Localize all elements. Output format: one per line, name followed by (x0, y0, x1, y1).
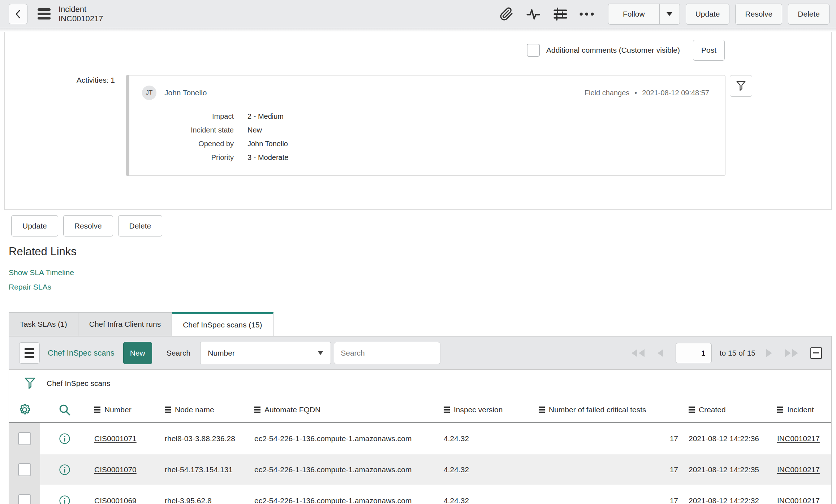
field-value: John Tonello (247, 137, 288, 151)
row-checkbox[interactable] (18, 494, 31, 504)
page-number-input[interactable] (676, 343, 712, 363)
activity-entry-card: JT John Tonello Field changes • 2021-08-… (126, 75, 725, 176)
incident-link[interactable]: INC0010217 (777, 496, 820, 504)
record-type-label: Incident (59, 5, 103, 14)
header-actions: Follow Update Resolve Delete (488, 4, 829, 25)
previous-page-icon[interactable] (656, 348, 664, 358)
failed-tests-cell: 17 (533, 434, 683, 443)
tab-chef-inspec-scans[interactable]: Chef InSpec scans (15) (172, 312, 273, 336)
column-menu-icon (539, 407, 545, 413)
activity-stream: Activities: 1 JT John Tonello Field chan… (5, 75, 831, 176)
more-options-icon[interactable] (578, 6, 595, 22)
back-button[interactable] (9, 4, 27, 24)
resolve-button[interactable]: Resolve (63, 215, 113, 236)
column-menu-icon (777, 407, 783, 413)
incident-link[interactable]: INC0010217 (777, 465, 820, 474)
inspec-version-cell: 4.24.32 (438, 434, 533, 443)
first-page-icon[interactable] (630, 348, 646, 358)
field-change-row: Opened by John Tonello (142, 137, 709, 151)
row-checkbox[interactable] (18, 463, 31, 476)
column-menu-icon (94, 407, 100, 413)
row-info-icon[interactable] (40, 464, 89, 475)
column-header-incident[interactable]: Incident (772, 405, 831, 414)
column-header-number[interactable]: Number (89, 405, 159, 414)
row-info-icon[interactable] (40, 495, 89, 504)
list-gear-icon[interactable] (9, 403, 40, 416)
automate-fqdn-cell: ec2-54-226-1-136.compute-1.amazonaws.com (249, 434, 438, 443)
tab-chef-infra-client-runs[interactable]: Chef Infra Client runs (78, 312, 172, 336)
row-checkbox[interactable] (18, 432, 31, 445)
tab-task-slas[interactable]: Task SLAs (1) (9, 312, 78, 336)
additional-comments-label: Additional comments (Customer visible) (546, 46, 680, 55)
row-info-icon[interactable] (40, 433, 89, 444)
scan-number-link[interactable]: CIS0001069 (94, 496, 137, 504)
created-cell: 2021-08-12 14:22:35 (683, 465, 772, 474)
inspec-version-cell: 4.24.32 (438, 465, 533, 474)
field-change-row: Impact 2 - Medium (142, 109, 709, 123)
delete-button-header[interactable]: Delete (788, 4, 829, 25)
column-menu-icon (254, 407, 260, 413)
pagination: to 15 of 15 (620, 343, 822, 363)
incident-link[interactable]: INC0010217 (777, 434, 820, 443)
personalize-sliders-icon[interactable] (552, 6, 568, 22)
table-row: CIS0001069 rhel-3.95.62.8 ec2-54-226-1-1… (9, 485, 831, 504)
filter-breadcrumb[interactable]: Chef InSpec scans (47, 379, 110, 388)
resolve-button-header[interactable]: Resolve (735, 4, 782, 25)
search-column-select[interactable]: Number (200, 342, 331, 364)
field-change-row: Priority 3 - Moderate (142, 151, 709, 164)
list-context-menu-button[interactable] (19, 342, 40, 364)
collapse-list-icon[interactable] (810, 347, 822, 359)
list-filter-row: Chef InSpec scans (9, 370, 831, 397)
column-header-created[interactable]: Created (683, 405, 772, 414)
field-label: Priority (142, 151, 234, 164)
filter-funnel-icon[interactable] (24, 376, 36, 391)
field-label: Opened by (142, 137, 234, 151)
follow-button[interactable]: Follow (608, 4, 659, 24)
activity-filter-button[interactable] (730, 75, 752, 97)
column-header-node-name[interactable]: Node name (159, 405, 249, 414)
node-name-cell: rhel-54.173.154.131 (159, 465, 249, 474)
column-header-inspec-version[interactable]: Inspec version (438, 405, 533, 414)
context-menu-icon[interactable] (38, 8, 51, 19)
search-label: Search (167, 349, 191, 357)
additional-comments-checkbox[interactable] (527, 44, 540, 57)
list-title[interactable]: Chef InSpec scans (48, 348, 115, 358)
next-page-icon[interactable] (766, 348, 773, 358)
last-page-icon[interactable] (784, 348, 800, 358)
activity-pulse-icon[interactable] (525, 6, 542, 22)
automate-fqdn-cell: ec2-54-226-1-136.compute-1.amazonaws.com (249, 465, 438, 474)
update-button[interactable]: Update (11, 215, 58, 236)
chevron-down-icon (667, 12, 672, 16)
field-value: New (247, 123, 262, 137)
activity-timestamp: 2021-08-12 09:48:57 (642, 89, 709, 97)
list-header-row: Number Node name Automate FQDN Inspec ve… (9, 397, 831, 423)
search-input[interactable] (334, 342, 440, 364)
column-header-failed-critical-tests[interactable]: Number of failed critical tests (533, 405, 683, 414)
field-label: Impact (142, 109, 234, 123)
scan-number-link[interactable]: CIS0001071 (94, 434, 137, 443)
scan-number-link[interactable]: CIS0001070 (94, 465, 137, 474)
attachment-paperclip-icon[interactable] (498, 6, 515, 22)
activity-card-stripe (126, 75, 129, 175)
show-sla-timeline-link[interactable]: Show SLA Timeline (9, 268, 836, 278)
list-search-icon[interactable] (40, 404, 89, 416)
activity-user-link[interactable]: John Tonello (164, 88, 207, 97)
column-header-automate-fqdn[interactable]: Automate FQDN (249, 405, 438, 414)
search-column-value: Number (208, 349, 235, 357)
funnel-icon (736, 80, 746, 92)
automate-fqdn-cell: ec2-54-226-1-136.compute-1.amazonaws.com (249, 496, 438, 504)
record-title: Incident INC0010217 (59, 5, 103, 23)
post-button[interactable]: Post (693, 40, 725, 61)
column-menu-icon (165, 407, 171, 413)
delete-button[interactable]: Delete (118, 215, 163, 236)
inspec-version-cell: 4.24.32 (438, 496, 533, 504)
follow-dropdown-button[interactable] (659, 4, 680, 24)
update-button-header[interactable]: Update (686, 4, 730, 25)
created-cell: 2021-08-12 14:22:32 (683, 496, 772, 504)
new-record-button[interactable]: New (123, 342, 152, 364)
column-menu-icon (444, 407, 450, 413)
repair-slas-link[interactable]: Repair SLAs (9, 282, 836, 292)
failed-tests-cell: 17 (533, 496, 683, 504)
table-row: CIS0001071 rhel8-03-3.88.236.28 ec2-54-2… (9, 423, 831, 454)
form-action-buttons: Update Resolve Delete (11, 215, 836, 236)
